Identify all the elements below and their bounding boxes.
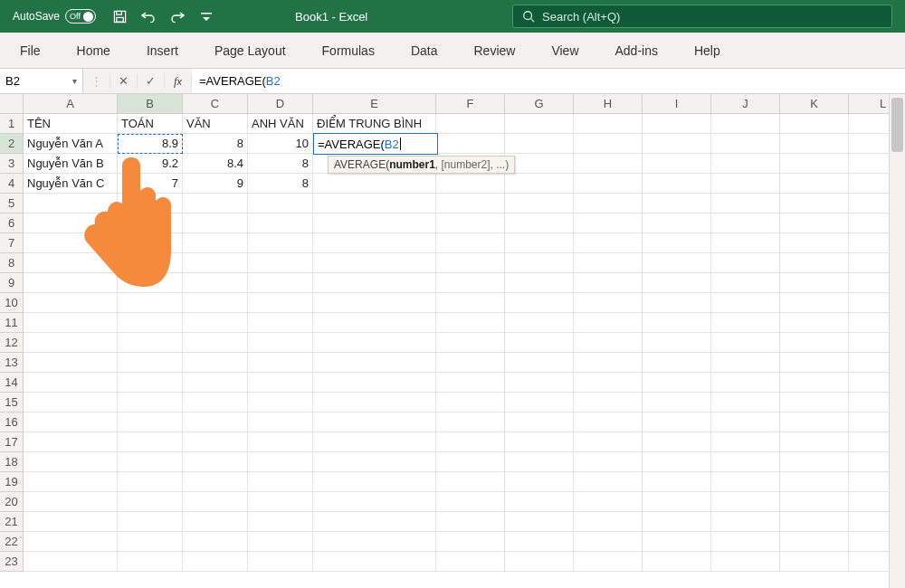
cell-H13[interactable] [574,353,643,373]
cell-H15[interactable] [574,393,643,413]
cell-C2[interactable]: 8 [183,134,248,154]
cell-E23[interactable] [313,552,436,572]
qat-overflow-icon[interactable] [194,4,219,29]
cell-G12[interactable] [505,333,574,353]
cell-C3[interactable]: 8.4 [183,154,248,174]
cell-G19[interactable] [505,472,574,492]
cell-B16[interactable] [118,413,183,432]
cell-J7[interactable] [711,233,780,253]
cell-I17[interactable] [643,432,711,452]
tab-help[interactable]: Help [681,36,733,65]
tab-page-layout[interactable]: Page Layout [202,36,299,65]
col-header-B[interactable]: B [118,94,183,114]
cell-E11[interactable] [313,313,436,333]
cell-C6[interactable] [183,213,248,233]
cell-J18[interactable] [711,452,780,472]
cell-E12[interactable] [313,333,436,353]
cell-G16[interactable] [505,413,574,432]
cell-I23[interactable] [643,552,711,572]
cell-G4[interactable] [505,174,574,194]
cell-B1[interactable]: TOÁN [118,114,183,134]
cell-H5[interactable] [574,194,643,213]
cell-H7[interactable] [574,233,643,253]
cell-A10[interactable] [24,293,118,313]
cell-D15[interactable] [248,393,313,413]
cell-C17[interactable] [183,432,248,452]
cell-K10[interactable] [780,293,849,313]
cell-A13[interactable] [24,353,118,373]
cell-G18[interactable] [505,452,574,472]
cell-J22[interactable] [711,532,780,552]
cell-E22[interactable] [313,532,436,552]
cell-D20[interactable] [248,492,313,512]
cell-J11[interactable] [711,313,780,333]
cell-K4[interactable] [780,174,849,194]
cell-C4[interactable]: 9 [183,174,248,194]
row-header-14[interactable]: 14 [0,373,24,393]
cell-K2[interactable] [780,134,849,154]
tab-view[interactable]: View [538,36,591,65]
cell-D23[interactable] [248,552,313,572]
cell-H9[interactable] [574,273,643,293]
cell-I19[interactable] [643,472,711,492]
cell-H3[interactable] [574,154,643,174]
cell-C14[interactable] [183,373,248,393]
cell-G5[interactable] [505,194,574,213]
cell-I20[interactable] [643,492,711,512]
row-header-6[interactable]: 6 [0,213,24,233]
cell-K1[interactable] [780,114,849,134]
cell-A19[interactable] [24,472,118,492]
cell-D22[interactable] [248,532,313,552]
cell-I5[interactable] [643,194,711,213]
col-header-H[interactable]: H [574,94,643,114]
cell-G14[interactable] [505,373,574,393]
cell-B19[interactable] [118,472,183,492]
cell-J16[interactable] [711,413,780,432]
cell-H23[interactable] [574,552,643,572]
cell-A23[interactable] [24,552,118,572]
cell-J13[interactable] [711,353,780,373]
cell-J14[interactable] [711,373,780,393]
cell-F2[interactable] [436,134,505,154]
vertical-scrollbar[interactable] [889,94,905,588]
cell-E16[interactable] [313,413,436,432]
cell-K6[interactable] [780,213,849,233]
cell-C15[interactable] [183,393,248,413]
tab-add-ins[interactable]: Add-ins [603,36,671,65]
cell-F11[interactable] [436,313,505,333]
cell-E18[interactable] [313,452,436,472]
cell-F1[interactable] [436,114,505,134]
cell-C20[interactable] [183,492,248,512]
cell-I18[interactable] [643,452,711,472]
cell-G2[interactable] [505,134,574,154]
cell-B23[interactable] [118,552,183,572]
cell-G15[interactable] [505,393,574,413]
cell-F8[interactable] [436,253,505,273]
undo-icon[interactable] [136,4,161,29]
cell-C9[interactable] [183,273,248,293]
cell-C22[interactable] [183,532,248,552]
cell-E13[interactable] [313,353,436,373]
col-header-I[interactable]: I [643,94,711,114]
save-icon[interactable] [107,4,132,29]
row-header-8[interactable]: 8 [0,253,24,273]
cancel-formula-icon[interactable]: ✕ [110,74,138,88]
cell-F21[interactable] [436,512,505,532]
cell-I15[interactable] [643,393,711,413]
row-header-5[interactable]: 5 [0,194,24,213]
cell-E14[interactable] [313,373,436,393]
cell-D18[interactable] [248,452,313,472]
cell-C8[interactable] [183,253,248,273]
cell-J21[interactable] [711,512,780,532]
row-header-20[interactable]: 20 [0,492,24,512]
cell-F18[interactable] [436,452,505,472]
cell-D19[interactable] [248,472,313,492]
row-header-16[interactable]: 16 [0,413,24,432]
cell-I8[interactable] [643,253,711,273]
cell-I4[interactable] [643,174,711,194]
row-header-23[interactable]: 23 [0,552,24,572]
cell-F17[interactable] [436,432,505,452]
row-header-11[interactable]: 11 [0,313,24,333]
cell-D1[interactable]: ANH VĂN [248,114,313,134]
row-header-19[interactable]: 19 [0,472,24,492]
